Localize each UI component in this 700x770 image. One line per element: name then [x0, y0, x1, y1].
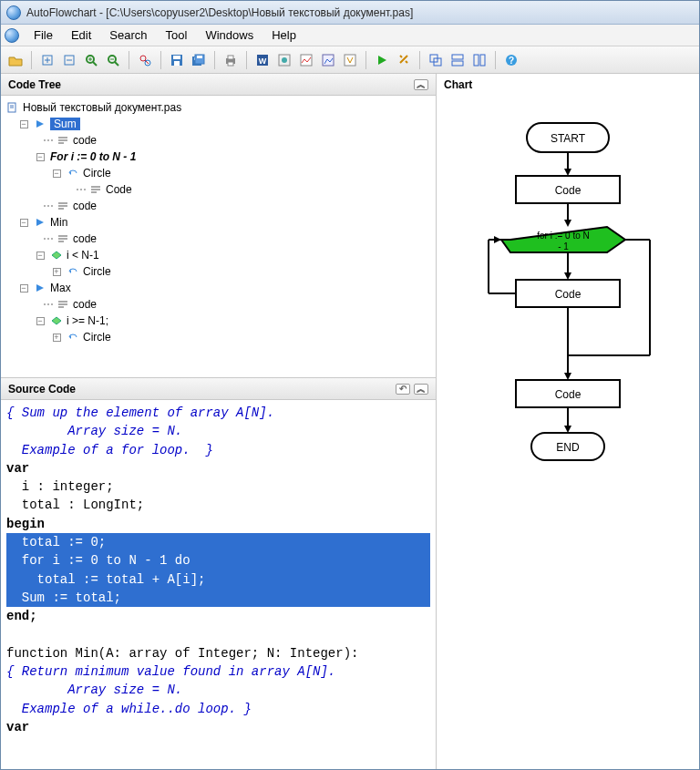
menubar: File Edit Search Tool Windows Help — [1, 25, 699, 46]
tree-circle-label: Circle — [83, 265, 111, 278]
layout-tile-v-button[interactable] — [470, 51, 489, 69]
separator — [160, 51, 161, 69]
source-title: Source Code — [8, 383, 76, 395]
tree-connector: ⋯ — [43, 134, 53, 147]
svg-rect-16 — [173, 56, 180, 59]
svg-marker-61 — [36, 284, 44, 292]
svg-text:W: W — [259, 56, 267, 66]
tree-node-min[interactable]: − Min — [6, 214, 432, 231]
svg-text:for i := 0 to N: for i := 0 to N — [537, 231, 590, 241]
tree-node-circle[interactable]: − Circle — [6, 165, 432, 181]
tree-node-code[interactable]: ⋯ Code — [6, 181, 432, 198]
svg-rect-38 — [480, 55, 485, 66]
zoom-out-button[interactable] — [104, 51, 122, 69]
tree-node-code[interactable]: ⋯ code — [6, 132, 432, 149]
code-tree[interactable]: Новый текстовый документ.pas − Sum ⋯ cod… — [1, 96, 436, 378]
svg-text:?: ? — [509, 56, 514, 66]
svg-rect-31 — [345, 55, 355, 66]
collapse-icon[interactable]: + — [53, 268, 61, 276]
src-line: var — [6, 720, 29, 734]
expand-icon[interactable]: − — [20, 120, 28, 128]
settings-button[interactable] — [395, 51, 413, 69]
svg-rect-21 — [197, 56, 202, 58]
tree-code-label: code — [73, 134, 97, 147]
code-icon — [57, 200, 69, 212]
expand-icon[interactable]: − — [36, 153, 45, 161]
tree-root[interactable]: Новый текстовый документ.pas — [6, 99, 432, 116]
tree-node-code[interactable]: ⋯ code — [6, 198, 432, 214]
tree-node-sum[interactable]: − Sum — [6, 116, 432, 132]
source-code-editor[interactable]: { Sum up the element of array A[N]. Arra… — [1, 400, 436, 769]
expand-icon[interactable]: − — [20, 284, 28, 293]
export-image-button[interactable] — [297, 51, 315, 69]
menu-edit[interactable]: Edit — [62, 26, 100, 44]
svg-marker-84 — [564, 373, 571, 380]
arrow-icon — [34, 282, 46, 294]
chart-header: Chart — [437, 74, 699, 96]
svg-marker-70 — [564, 220, 571, 227]
tree-connector: ⋯ — [43, 200, 53, 212]
svg-marker-74 — [564, 272, 571, 280]
expand-icon[interactable]: − — [36, 252, 45, 260]
separator — [129, 51, 129, 69]
chart-code-label: Code — [555, 184, 582, 197]
left-column: Code Tree ︽ Новый текстовый документ.pas… — [1, 74, 437, 769]
chart-code-label: Code — [555, 388, 582, 401]
export-svg-button[interactable] — [275, 51, 293, 69]
collapse-icon[interactable]: + — [53, 334, 61, 342]
app-icon — [6, 5, 21, 20]
print-button[interactable] — [221, 51, 240, 69]
src-line-selected: Sum := total; — [6, 589, 430, 607]
tree-for-label: For i := 0 to N - 1 — [50, 150, 136, 163]
expand-icon[interactable]: − — [36, 317, 45, 325]
tree-node-cond-max[interactable]: − i >= N-1; — [6, 313, 432, 329]
layout-tile-h-button[interactable] — [448, 51, 467, 69]
zoom-in-button[interactable] — [82, 51, 100, 69]
help-button[interactable]: ? — [502, 51, 520, 69]
svg-marker-65 — [52, 317, 61, 324]
export-misc-button[interactable] — [341, 51, 359, 69]
tree-code-label: code — [73, 232, 97, 245]
collapse-icon[interactable]: ︽ — [414, 384, 428, 395]
tree-cond-min-label: i < N-1 — [67, 249, 99, 262]
src-line-selected: for i := 0 to N - 1 do — [6, 551, 430, 570]
svg-rect-35 — [452, 55, 463, 59]
save-button[interactable] — [168, 51, 186, 69]
find-button[interactable] — [136, 51, 154, 69]
expand-icon[interactable]: − — [53, 169, 61, 178]
undo-icon[interactable]: ↶ — [396, 384, 410, 395]
tree-node-for[interactable]: − For i := 0 to N - 1 — [6, 149, 432, 165]
svg-point-28 — [282, 57, 287, 63]
tree-node-circle[interactable]: + Circle — [6, 263, 432, 280]
tree-node-cond-min[interactable]: − i < N-1 — [6, 247, 432, 263]
save-all-button[interactable] — [190, 51, 208, 69]
layout-cascade-button[interactable] — [427, 51, 445, 69]
menu-windows[interactable]: Windows — [196, 26, 262, 44]
menu-help[interactable]: Help — [262, 26, 305, 44]
export-bmp-button[interactable] — [319, 51, 337, 69]
tree-node-code[interactable]: ⋯ code — [6, 231, 432, 247]
open-button[interactable] — [6, 51, 25, 69]
loop-icon — [67, 167, 79, 180]
flowchart-canvas[interactable]: START Code for i := 0 to N - 1 — [437, 96, 699, 769]
collapse-button[interactable] — [60, 51, 78, 69]
expand-icon[interactable]: − — [20, 219, 28, 227]
svg-text:- 1: - 1 — [558, 241, 569, 252]
src-line-selected: total := 0; — [6, 533, 430, 551]
expand-button[interactable] — [38, 51, 57, 69]
svg-marker-78 — [494, 236, 501, 243]
menu-search[interactable]: Search — [100, 26, 156, 44]
source-panel: Source Code ↶ ︽ { Sum up the element of … — [1, 378, 436, 769]
tree-node-circle[interactable]: + Circle — [6, 329, 432, 345]
separator — [365, 51, 366, 69]
tree-node-code[interactable]: ⋯ code — [6, 296, 432, 313]
window-title: AutoFlowchart - [C:\Users\copyuser2\Desk… — [26, 6, 413, 19]
code-icon — [57, 298, 69, 311]
collapse-icon[interactable]: ︽ — [414, 79, 428, 90]
tree-node-max[interactable]: − Max — [6, 280, 432, 296]
menu-file[interactable]: File — [25, 26, 62, 44]
run-button[interactable] — [373, 51, 391, 69]
menu-tool[interactable]: Tool — [157, 26, 197, 44]
export-word-button[interactable]: W — [253, 51, 272, 69]
tree-code-label: code — [73, 298, 97, 311]
